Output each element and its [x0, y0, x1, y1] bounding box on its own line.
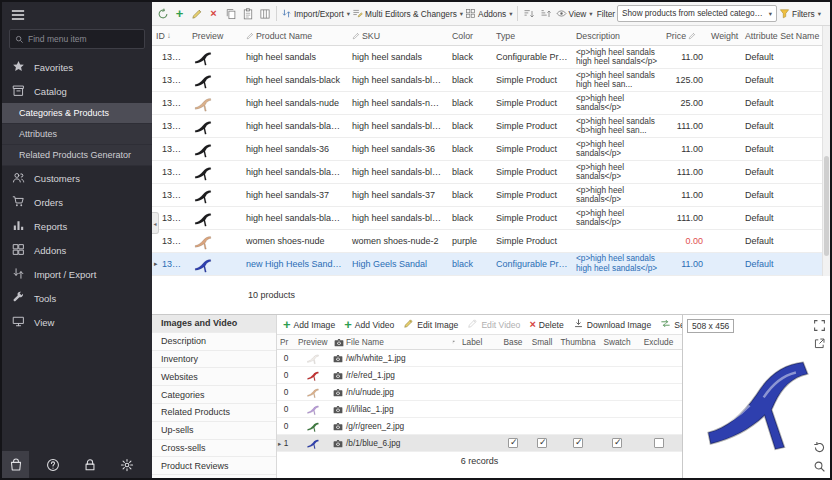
sidebar-item-label: Reports	[34, 221, 67, 232]
edit-image-button[interactable]: Edit Image	[403, 318, 458, 331]
column-header-name[interactable]: Product Name	[242, 31, 348, 41]
column-header-price[interactable]: Price	[662, 31, 707, 41]
add-image-button[interactable]: Add Image	[283, 318, 335, 331]
base-checkbox[interactable]	[508, 438, 518, 448]
addons-menu[interactable]: Addons	[465, 8, 512, 19]
edit-product-button[interactable]	[189, 6, 204, 22]
small-checkbox[interactable]	[537, 438, 547, 448]
open-external-icon[interactable]	[813, 337, 826, 350]
image-row[interactable]: 0 /n/u/nude.jpg	[277, 384, 682, 401]
column-header-swatch[interactable]: Swatch	[599, 337, 635, 347]
multi-editors-menu[interactable]: Multi Editors & Changers	[352, 8, 463, 19]
sort-descending-button[interactable]	[539, 6, 554, 22]
store-icon[interactable]	[2, 451, 29, 478]
sidebar-item-favorites[interactable]: Favorites	[2, 55, 152, 79]
tab-related-products[interactable]: Related Products	[152, 404, 276, 422]
image-row[interactable]: 0 /l/i/lilac_1.jpg	[277, 401, 682, 418]
thumb-checkbox[interactable]	[573, 438, 583, 448]
tab-categories[interactable]: Categories	[152, 386, 276, 404]
sort-ascending-button[interactable]	[522, 6, 537, 22]
column-header-id[interactable]: ID	[152, 31, 188, 41]
edit-video-button[interactable]: Edit Video	[467, 318, 520, 331]
sidebar-collapse-handle[interactable]	[152, 212, 159, 234]
tab-description[interactable]: Description	[152, 333, 276, 351]
tab-images-and-video[interactable]: Images and Video	[152, 315, 276, 333]
column-header-label[interactable]: Label	[459, 337, 499, 347]
column-header-exclude[interactable]: Exclude	[635, 337, 682, 347]
tab-cross-sells[interactable]: Cross-sells	[152, 440, 276, 458]
sidebar-item-addons[interactable]: Addons	[2, 238, 152, 262]
sidebar-item-related-products-generator[interactable]: Related Products Generator	[2, 145, 152, 166]
sidebar-item-reports[interactable]: Reports	[2, 214, 152, 238]
column-header-position[interactable]: Pr	[277, 337, 295, 347]
columns-button[interactable]	[257, 6, 272, 22]
sidebar-item-attributes[interactable]: Attributes	[2, 124, 152, 145]
refresh-button[interactable]	[155, 6, 170, 22]
menu-toggle-button[interactable]	[2, 2, 152, 27]
column-header-type[interactable]: Type	[492, 31, 572, 41]
tab-up-sells[interactable]: Up-sells	[152, 422, 276, 440]
delete-product-button[interactable]	[206, 6, 221, 22]
product-row[interactable]: 13739 high heel sandals-37 high heel san…	[152, 184, 830, 207]
column-header-description[interactable]: Description	[572, 31, 662, 41]
product-row[interactable]: 13817 women shoes-nude women shoes-nude-…	[152, 230, 830, 253]
copy-button[interactable]	[223, 6, 238, 22]
download-image-button[interactable]: Download Image	[573, 318, 652, 331]
add-video-button[interactable]: Add Video	[344, 318, 394, 331]
image-row[interactable]: 0 /r/e/red_1.jpg	[277, 367, 682, 384]
set-resize-rule-button[interactable]: Set Resize Rule	[660, 318, 682, 331]
row-expander-icon[interactable]	[154, 253, 158, 275]
menu-search-input[interactable]	[28, 34, 139, 44]
column-header-base[interactable]: Base	[499, 337, 527, 347]
import-export-menu[interactable]: Import/Export	[281, 8, 350, 19]
scrollbar-thumb[interactable]	[824, 156, 829, 256]
category-filter-select[interactable]: Show products from selected categories	[617, 5, 777, 22]
column-header-sku[interactable]: SKU	[348, 31, 448, 41]
view-menu[interactable]: View	[556, 8, 593, 19]
sidebar-item-categories-products[interactable]: Categories & Products	[2, 103, 152, 124]
sidebar-item-orders[interactable]: Orders	[2, 190, 152, 214]
column-header-thumbnail[interactable]: Thumbna	[557, 337, 599, 347]
product-row[interactable]: 13733 high heel sandals-nude high heel s…	[152, 92, 830, 115]
sidebar-item-import-export[interactable]: Import / Export	[2, 262, 152, 286]
image-row[interactable]: 0 /w/h/white_1.jpg	[277, 350, 682, 367]
sidebar-item-customers[interactable]: Customers	[2, 166, 152, 190]
rotate-icon[interactable]	[813, 441, 826, 454]
product-row[interactable]: 13732 high heel sandals-black high heel …	[152, 69, 830, 92]
filters-menu[interactable]: Filters	[779, 8, 821, 19]
product-row[interactable]: 13740 high heel sandals-black-38 high he…	[152, 207, 830, 230]
product-thumbnail-image	[192, 231, 214, 251]
column-header-color[interactable]: Color	[448, 31, 492, 41]
column-header-weight[interactable]: Weight	[707, 31, 741, 41]
tab-inventory[interactable]: Inventory	[152, 351, 276, 369]
tab-websites[interactable]: Websites	[152, 368, 276, 386]
product-row[interactable]: 13736 high heel sandals-black-36 high he…	[152, 115, 830, 138]
add-product-button[interactable]	[172, 6, 187, 22]
column-header-image-preview[interactable]: Preview	[295, 337, 331, 347]
paste-button[interactable]	[240, 6, 255, 22]
vertical-scrollbar[interactable]	[822, 26, 830, 276]
column-header-attr-set[interactable]: Attribute Set Name	[741, 31, 822, 41]
product-row[interactable]: 13931 new High Heels Sandals High Geels …	[152, 253, 830, 276]
sidebar-item-tools[interactable]: Tools	[2, 286, 152, 310]
column-header-small[interactable]: Small	[527, 337, 557, 347]
fullscreen-icon[interactable]	[813, 319, 826, 332]
exclude-checkbox[interactable]	[654, 438, 664, 448]
sidebar-item-catalog[interactable]: Catalog	[2, 79, 152, 103]
product-row[interactable]: 13731 high heel sandals high heel sandal…	[152, 46, 830, 69]
product-row[interactable]: 13738 high heel sandals-black-37 high he…	[152, 161, 830, 184]
column-header-file-name[interactable]: File Name	[331, 337, 449, 347]
delete-button[interactable]: Delete	[529, 319, 563, 330]
help-icon[interactable]	[39, 451, 66, 478]
lock-icon[interactable]	[76, 451, 103, 478]
image-row[interactable]: 1 /b/1/blue_6.jpg	[277, 435, 682, 452]
swatch-checkbox[interactable]	[612, 438, 622, 448]
image-row[interactable]: 0 /g/r/green_2.jpg	[277, 418, 682, 435]
settings-gear-icon[interactable]	[113, 451, 140, 478]
column-header-preview[interactable]: Preview	[188, 31, 242, 41]
column-header-flag[interactable]	[449, 338, 459, 346]
sidebar-item-view[interactable]: View	[2, 310, 152, 334]
zoom-icon[interactable]	[813, 460, 826, 473]
tab-product-reviews[interactable]: Product Reviews	[152, 457, 276, 475]
product-row[interactable]: 13737 high heel sandals-36 high heel san…	[152, 138, 830, 161]
